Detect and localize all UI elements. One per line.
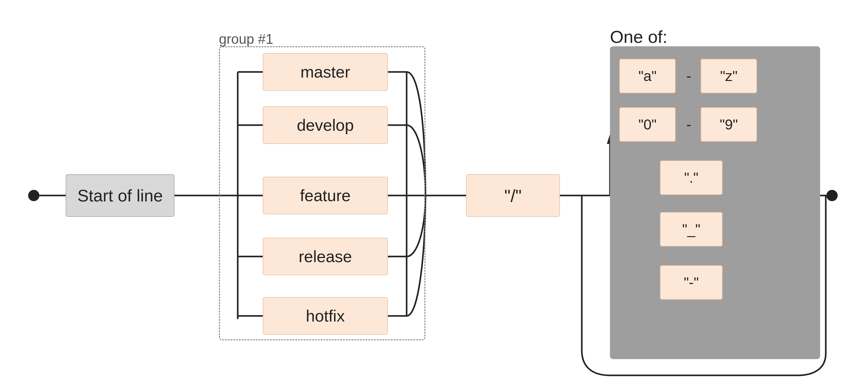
right-terminal-dot [827,190,838,201]
range-dash-09: - [679,107,698,142]
range-dash-az: - [679,59,698,93]
one-of-item-dot: "." [660,160,722,195]
token-hotfix: hotfix [263,297,388,335]
one-of-item-0: "0" [619,107,676,142]
one-of-item-underscore: "_" [660,212,722,246]
token-master: master [263,53,388,91]
start-of-line-box: Start of line [66,174,175,217]
start-of-line-label: Start of line [77,186,163,205]
one-of-box: "a" - "z" "0" - "9" "." "_" "-" [610,46,820,359]
token-release: release [263,238,388,275]
diagram-container: Start of line group #1 master develop fe… [0,0,868,391]
one-of-label: One of: [610,27,668,47]
group-label: group #1 [219,31,273,47]
one-of-item-a: "a" [619,59,676,93]
token-feature: feature [263,177,388,214]
token-develop: develop [263,107,388,144]
one-of-item-z: "z" [701,59,757,93]
one-of-item-9: "9" [701,107,757,142]
token-slash: "/" [466,174,560,217]
one-of-item-hyphen: "-" [660,265,722,300]
left-terminal-dot [28,190,39,201]
